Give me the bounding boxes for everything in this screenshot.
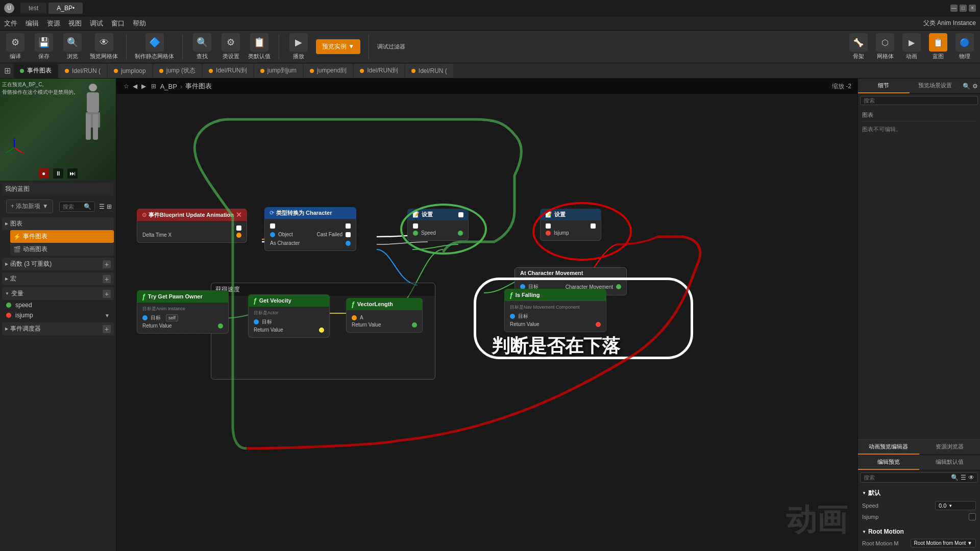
tab-jumpend[interactable]: jumpend到 [304,64,353,78]
toolbar-mesh[interactable]: ⬡ 网格体 [874,33,896,60]
tab-idel-run-2[interactable]: Idel/RUN ( [405,64,453,78]
nav-forward-icon[interactable]: ▶ [141,83,146,90]
tab-test[interactable]: test [20,3,46,14]
defaults-title: 默认 [868,489,880,497]
menu-view[interactable]: 视图 [68,19,82,28]
node-try-get-pawn[interactable]: ƒ Try Get Pawn Owner 目标是Anim Instance 目标… [137,290,229,334]
node-is-falling[interactable]: ƒ Is Falling 目标是Nav Movement Component 目… [504,289,606,332]
tab-idel-run-to-2[interactable]: Idel/RUN到 [354,64,404,78]
breadcrumb-root[interactable]: A_BP [160,83,177,90]
tab-jumploop[interactable]: jumploop [108,64,152,78]
menu-help[interactable]: 帮助 [133,19,146,28]
toolbar-physics[interactable]: 🔵 物理 [953,33,976,60]
right-settings-icon[interactable]: ⚙ [972,83,978,90]
toolbar-class-defaults[interactable]: 📋 类默认值 [248,33,271,60]
right-list-icon[interactable]: ☰ [961,474,966,481]
nav-star-icon[interactable]: ☆ [124,83,129,90]
tab-asset-browser[interactable]: 资源浏览器 [919,440,981,455]
toolbar-compile[interactable]: ⚙ 编译 [4,33,27,60]
blueprint-search-bar[interactable]: 🔍 [59,202,95,212]
list-view-icon[interactable]: ☰ [99,203,105,210]
viewport-record-btn[interactable]: ● [39,168,49,179]
tab-anim-preview[interactable]: 动画预览编辑器 [858,440,919,455]
add-new-btn[interactable]: + 添加新项 ▼ [6,199,53,213]
tab-jump-to-jump[interactable]: jump到jum [254,64,303,78]
bp-canvas[interactable]: 获得速度 ⊙ 事件Blueprint Update Animation ✕ De… [116,94,857,551]
menu-window[interactable]: 窗口 [111,19,125,28]
node-set-speed[interactable]: 📝 设置 Speed [407,209,469,241]
viewport-step-btn[interactable]: ⏭ [67,168,78,179]
nav-back-icon[interactable]: ◀ [133,83,137,90]
node-cast-character[interactable]: ⟳ 类型转换为 Character [264,207,356,251]
tab-idel-run-to[interactable]: Idel/RUN到 [203,64,253,78]
tab-edit-defaults[interactable]: 编辑默认值 [919,455,981,470]
variables-header[interactable]: ▼ 变量 + [2,287,114,300]
toolbar-class-settings[interactable]: ⚙ 类设置 [219,33,242,60]
anim-graph-item[interactable]: 🎬 动画图表 [10,243,114,256]
blueprint-search-input[interactable] [63,204,84,210]
velocity-return-pin: Return Value [254,327,324,333]
toolbar-preview-mesh[interactable]: 👁 预览网格体 [90,33,118,60]
tab-edit-preview[interactable]: 编辑预览 [858,455,919,470]
add-function-btn[interactable]: + [103,260,111,268]
node-get-velocity[interactable]: ƒ Get Velocity 目标是Actor 目标 Return Value [248,294,330,338]
menu-file[interactable]: 文件 [4,19,17,28]
tab-preview-scene[interactable]: 预览场景设置 [910,79,961,93]
right-search-bar[interactable] [860,96,978,105]
toolbar-debug-filter[interactable]: 调试过滤器 [377,43,405,51]
toolbar-find[interactable]: 🔍 查找 [191,33,213,60]
graph-section-header[interactable]: ▶ 图表 [2,217,114,230]
tab-idel-run-1[interactable]: Idel/RUN ( [59,64,107,78]
viewport-bg: X Y Z [0,79,116,181]
minimize-btn[interactable]: — [950,5,958,12]
speed-field-value[interactable]: 0.0 ▼ [935,501,976,510]
add-scheduler-btn[interactable]: + [103,325,111,333]
viewport-pause-btn[interactable]: ⏸ [53,168,63,179]
right-search-bar-2[interactable]: 🔍 ☰ 👁 [860,472,978,483]
node-vector-length[interactable]: ƒ VectorLength A Return Value [346,298,423,333]
toolbar: ⚙ 编译 💾 保存 🔍 浏览 👁 预览网格体 🔷 制作静态网格体 🔍 查找 ⚙ … [0,31,980,63]
tab-abp[interactable]: A_BP• [48,3,83,14]
root-motion-dropdown[interactable]: Root Motion from Mont ▼ [911,539,976,547]
menu-debug[interactable]: 调试 [90,19,103,28]
event-scheduler-header[interactable]: ▶ 事件调度器 + [2,322,114,335]
right-search-input[interactable] [864,97,974,104]
tab-event-graph[interactable]: 事件图表 [14,64,58,78]
node-set-isjump[interactable]: 📝 设置 Isjump [540,209,601,241]
isjump-checkbox[interactable] [969,513,976,520]
event-graph-item[interactable]: ⚡ 事件图表 [10,230,114,243]
cast-exec-out [346,223,351,229]
var-isjump[interactable]: isjump ▼ [2,310,114,320]
right-eye-icon[interactable]: 👁 [968,474,974,481]
toolbar-blueprint[interactable]: 📋 蓝图 [927,33,949,60]
right-search-input-2[interactable] [864,474,951,481]
canvas-area[interactable]: ☆ ◀ ▶ ⊞ A_BP › 事件图表 缩放 -2 [116,79,857,551]
toolbar-save[interactable]: 💾 保存 [33,33,55,60]
toolbar-play[interactable]: ▶ 播放 [287,33,310,60]
right-search-icon[interactable]: 🔍 [963,83,970,90]
node-event-bp-update[interactable]: ⊙ 事件Blueprint Update Animation ✕ Delta T… [137,209,247,243]
var-speed[interactable]: speed [2,300,114,310]
breadcrumb-current[interactable]: 事件图表 [185,82,212,91]
event-node-close[interactable]: ✕ [236,211,242,219]
menu-resources[interactable]: 资源 [47,19,60,28]
tab-details[interactable]: 细节 [858,79,910,93]
toolbar-skeleton[interactable]: 🦴 骨架 [847,33,870,60]
maximize-btn[interactable]: □ [960,5,967,12]
toolbar-anim[interactable]: ▶ 动画 [900,33,923,60]
tab-jump-state[interactable]: jump (状态 [153,64,202,78]
macros-section: ▶ 宏 + [2,272,114,285]
defaults-header[interactable]: ▼ 默认 [862,487,976,499]
toolbar-static-mesh[interactable]: 🔷 制作静态网格体 [135,33,174,60]
root-motion-header[interactable]: ▼ Root Motion [862,526,976,537]
menu-edit[interactable]: 编辑 [26,19,39,28]
macros-header[interactable]: ▶ 宏 + [2,272,114,285]
toolbar-preview-instance[interactable]: 预览实例 ▼ [316,39,360,54]
close-btn[interactable]: × [969,5,976,12]
toolbar-browse[interactable]: 🔍 浏览 [61,33,84,60]
functions-header[interactable]: ▶ 函数 (3 可重载) + [2,258,114,270]
viewport-preview[interactable]: X Y Z [0,79,116,181]
add-macro-btn[interactable]: + [103,275,111,283]
add-variable-btn[interactable]: + [103,290,111,298]
grid-view-icon[interactable]: ⊞ [107,203,112,210]
